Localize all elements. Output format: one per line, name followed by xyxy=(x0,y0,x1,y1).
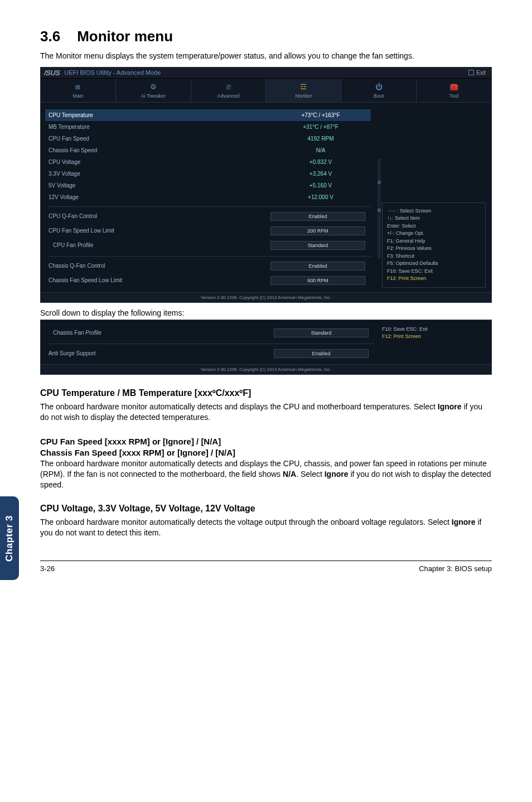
row-label: 12V Voltage xyxy=(49,194,270,200)
subhead-fan-speed: CPU Fan Speed [xxxx RPM] or [Ignore] / [… xyxy=(40,436,492,459)
tab-advanced-label: Advanced xyxy=(217,93,240,99)
tab-advanced[interactable]: ⎚ Advanced xyxy=(191,79,267,102)
row-label: 3.3V Voltage xyxy=(49,171,270,177)
select-value[interactable]: 600 RPM xyxy=(270,276,365,285)
paragraph: The onboard hardware monitor automatical… xyxy=(40,517,492,538)
row-cpu-fan-low-limit[interactable]: CPU Fan Speed Low Limit 200 RPM xyxy=(49,224,371,238)
row-mb-temp[interactable]: MB Temperature +31°C / +87°F xyxy=(49,121,371,133)
bios-nav-tabs: ≣ Main ⚙ Ai Tweaker ⎚ Advanced ☲ Monitor… xyxy=(41,79,491,103)
monitor-icon: ☲ xyxy=(298,83,309,91)
chapter-side-tab-label: Chapter 3 xyxy=(4,515,15,562)
select-value[interactable]: Standard xyxy=(270,241,365,250)
subhead-cpu-temp: CPU Temperature / MB Temperature [xxxºC/… xyxy=(40,388,492,398)
row-12v-voltage[interactable]: 12V Voltage +12.000 V xyxy=(49,191,371,203)
row-label: 5V Voltage xyxy=(49,182,270,189)
gear-icon: ⚙ xyxy=(148,83,159,91)
bios-main-panel: CPU Temperature +73°C / +163°F MB Temper… xyxy=(41,103,376,292)
row-value: N/A xyxy=(270,147,371,153)
separator xyxy=(49,344,374,344)
row-cpu-fan-speed[interactable]: CPU Fan Speed 4192 RPM xyxy=(49,133,371,144)
tab-boot-label: Boot xyxy=(374,93,384,99)
help-line: ↑↓: Select Item xyxy=(387,215,481,223)
section-number: 3.6 xyxy=(40,28,60,45)
list-icon: ≣ xyxy=(72,83,84,91)
toolbox-icon: 🧰 xyxy=(448,83,460,91)
row-value: +0.832 V xyxy=(270,159,371,165)
help-line: Enter: Select xyxy=(387,223,481,230)
row-label: CPU Fan Profile xyxy=(49,242,270,248)
bios-title-text: UEFI BIOS Utility - Advanced Mode xyxy=(64,69,161,76)
help-line: F2: Previous Values xyxy=(387,245,481,253)
intro-paragraph: The Monitor menu displays the system tem… xyxy=(40,51,492,61)
paragraph: The onboard hardware monitor automatical… xyxy=(40,458,492,490)
bios-help-panel: →←: Select Screen ↑↓: Select Item Enter:… xyxy=(380,103,491,292)
tab-boot[interactable]: ⏻ Boot xyxy=(341,79,417,102)
tab-tool[interactable]: 🧰 Tool xyxy=(417,79,491,102)
exit-button[interactable]: Exit xyxy=(468,70,486,76)
page-number: 3-26 xyxy=(40,564,55,573)
row-label: CPU Fan Speed Low Limit xyxy=(49,228,270,234)
row-cpu-voltage[interactable]: CPU Voltage +0.832 V xyxy=(49,156,371,168)
subhead-line2: Chassis Fan Speed [xxxx RPM] or [Ignore]… xyxy=(40,448,235,457)
row-value: +31°C / +87°F xyxy=(270,124,371,130)
row-label: MB Temperature xyxy=(49,124,270,130)
bios-footer: Version 2.00.1208. Copyright (C) 2012 Am… xyxy=(41,292,491,302)
help-line: F12: Print Screen xyxy=(382,333,486,341)
row-label: Anti Surge Support xyxy=(49,350,274,356)
row-label: CPU Temperature xyxy=(49,112,270,118)
select-value[interactable]: Enabled xyxy=(270,262,365,270)
row-value: +5.160 V xyxy=(270,182,371,189)
row-cpu-temp[interactable]: CPU Temperature +73°C / +163°F xyxy=(45,109,371,121)
tab-main[interactable]: ≣ Main xyxy=(41,79,116,102)
separator xyxy=(49,206,371,207)
row-chassis-fan-speed[interactable]: Chassis Fan Speed N/A xyxy=(49,144,371,156)
chapter-side-tab: Chapter 3 xyxy=(0,496,19,580)
bios-screenshot: /SUS UEFI BIOS Utility - Advanced Mode E… xyxy=(40,67,492,303)
row-cpu-qfan[interactable]: CPU Q-Fan Control Enabled xyxy=(49,209,371,224)
row-3v3-voltage[interactable]: 3.3V Voltage +3.264 V xyxy=(49,168,371,180)
tab-main-label: Main xyxy=(72,93,84,99)
asus-logo: /SUS xyxy=(44,69,60,77)
tab-monitor[interactable]: ☲ Monitor xyxy=(266,79,341,102)
select-value[interactable]: Enabled xyxy=(270,212,365,221)
select-value[interactable]: Enabled xyxy=(274,349,369,358)
select-value[interactable]: 200 RPM xyxy=(270,226,365,235)
page-footer: 3-26 Chapter 3: BIOS setup xyxy=(40,561,492,573)
power-icon: ⏻ xyxy=(373,83,384,91)
row-label: CPU Fan Speed xyxy=(49,136,270,142)
row-label: Chassis Fan Speed xyxy=(49,147,270,153)
row-label: CPU Q-Fan Control xyxy=(49,213,270,219)
row-5v-voltage[interactable]: 5V Voltage +5.160 V xyxy=(49,180,371,191)
section-title-text: Monitor menu xyxy=(77,28,173,45)
scroll-thumb-icon xyxy=(378,181,381,184)
tab-ai-tweaker[interactable]: ⚙ Ai Tweaker xyxy=(116,79,191,102)
row-chassis-fan-low-limit[interactable]: Chassis Fan Speed Low Limit 600 RPM xyxy=(49,273,371,288)
row-cpu-fan-profile[interactable]: CPU Fan Profile Standard xyxy=(49,238,371,253)
subhead-voltages: CPU Voltage, 3.3V Voltage, 5V Voltage, 1… xyxy=(40,504,492,514)
row-anti-surge[interactable]: Anti Surge Support Enabled xyxy=(49,346,374,361)
help-line: F5: Optimized Defaults xyxy=(387,260,481,268)
section-heading: 3.6Monitor menu xyxy=(40,28,492,45)
row-chassis-fan-profile[interactable]: Chassis Fan Profile Standard xyxy=(49,326,374,340)
row-chassis-qfan[interactable]: Chassis Q-Fan Control Enabled xyxy=(49,259,371,273)
help-line: F1: General Help xyxy=(387,238,481,245)
help-line: F10: Save ESC: Exit xyxy=(387,268,481,276)
scrollbar[interactable] xyxy=(376,103,380,292)
subhead-line1: CPU Fan Speed [xxxx RPM] or [Ignore] / [… xyxy=(40,437,221,446)
row-value: +12.000 V xyxy=(270,194,371,200)
help-line: +/-: Change Opt. xyxy=(387,230,481,238)
scroll-down-note: Scroll down to display the following ite… xyxy=(40,308,492,317)
row-value: +3.264 V xyxy=(270,171,371,177)
row-label: Chassis Fan Speed Low Limit xyxy=(49,277,270,283)
paragraph: The onboard hardware monitor automatical… xyxy=(40,402,492,423)
select-value[interactable]: Standard xyxy=(274,328,369,337)
exit-label: Exit xyxy=(476,70,486,76)
row-label: Chassis Q-Fan Control xyxy=(49,263,270,269)
bios2-help-panel: F10: Save ESC: Exit F12: Print Screen xyxy=(380,320,491,364)
tab-monitor-label: Monitor xyxy=(295,93,312,99)
bios-brand: /SUS UEFI BIOS Utility - Advanced Mode xyxy=(44,69,161,77)
separator xyxy=(49,256,371,257)
row-value: 4192 RPM xyxy=(270,136,371,142)
scroll-thumb-icon xyxy=(378,209,381,212)
chip-icon: ⎚ xyxy=(223,83,234,91)
